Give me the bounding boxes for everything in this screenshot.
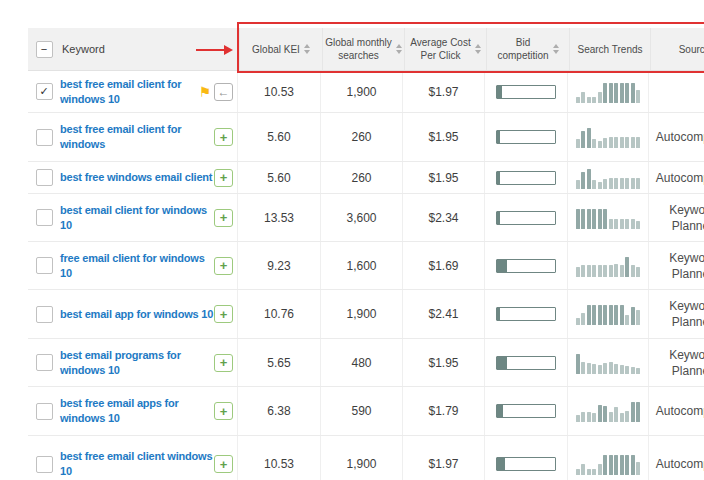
add-keyword-button[interactable]: + <box>214 455 233 473</box>
monthly-searches-value: 1,900 <box>320 290 402 338</box>
trend-mini-chart <box>576 255 641 277</box>
trend-bar <box>631 265 635 277</box>
sort-icon[interactable] <box>304 44 310 54</box>
trend-bar <box>576 180 580 189</box>
bid-competition-cell <box>484 436 567 480</box>
keyword-link[interactable]: best free email client for windows <box>60 122 181 152</box>
trend-bar <box>620 413 624 422</box>
header-cell-keyword[interactable]: Keyword <box>60 28 239 70</box>
bid-competition-cell <box>484 194 567 241</box>
keyword-link[interactable]: best free email client for windows 10 <box>60 77 181 107</box>
trend-bar <box>614 219 618 229</box>
row-checkbox[interactable]: ✓ <box>36 83 53 100</box>
search-trends-cell <box>567 194 648 241</box>
table-row: best email client for windows 10+13.533,… <box>28 194 704 242</box>
row-checkbox[interactable] <box>36 169 53 186</box>
row-checkbox[interactable] <box>36 257 53 274</box>
trend-bar <box>587 363 591 374</box>
header-cell-bid-competition[interactable]: Bid competition <box>486 28 569 70</box>
select-all-checkbox[interactable]: − <box>36 41 53 58</box>
keyword-link[interactable]: best free windows email client <box>60 170 212 185</box>
table-header: − Keyword Global KEI Global monthly sear… <box>28 28 704 71</box>
added-to-list-button[interactable]: ← <box>214 83 233 101</box>
trend-bar <box>609 137 613 148</box>
row-checkbox[interactable] <box>36 306 53 323</box>
keyword-actions: + <box>214 402 233 420</box>
trend-bar <box>592 364 596 374</box>
trend-bar <box>609 412 613 422</box>
keyword-link[interactable]: free email client for windows 10 <box>60 251 205 281</box>
header-cell-global-monthly-searches[interactable]: Global monthly searches <box>322 28 404 70</box>
trend-bar <box>603 179 607 189</box>
trend-mini-chart <box>576 400 641 422</box>
trend-bar <box>609 83 613 103</box>
header-cell-source[interactable]: Source <box>650 28 704 70</box>
add-keyword-button[interactable]: + <box>214 169 233 187</box>
sort-icon[interactable] <box>396 44 402 54</box>
bid-competition-fill <box>497 212 500 224</box>
trend-bar <box>625 137 629 148</box>
row-checkbox[interactable] <box>36 354 53 371</box>
trend-bar <box>603 363 607 374</box>
trend-bar <box>609 455 613 475</box>
keyword-link[interactable]: best free email client windows 10 <box>60 449 212 479</box>
row-checkbox[interactable] <box>36 403 53 420</box>
column-label: Average Cost Per Click <box>410 36 470 62</box>
header-cell-global-kei[interactable]: Global KEI <box>239 28 322 70</box>
sort-icon[interactable] <box>553 44 559 54</box>
header-cell-search-trends[interactable]: Search Trends <box>569 28 650 70</box>
keyword-link[interactable]: best email client for windows 10 <box>60 203 207 233</box>
search-trends-cell <box>567 162 648 193</box>
add-keyword-button[interactable]: + <box>214 257 233 275</box>
trend-bar <box>631 307 635 325</box>
keyword-actions: + <box>214 209 233 227</box>
trend-bar <box>598 265 602 277</box>
source-label: Keyword Planner <box>649 202 704 234</box>
trend-bar <box>614 83 618 103</box>
trend-bar <box>614 305 618 325</box>
add-keyword-button[interactable]: + <box>214 209 233 227</box>
bid-competition-fill <box>497 458 505 470</box>
row-checkbox[interactable] <box>36 209 53 226</box>
header-cell-average-cpc[interactable]: Average Cost Per Click <box>404 28 486 70</box>
trend-bar <box>620 83 624 103</box>
row-checkbox-cell <box>28 436 60 480</box>
keyword-cell: best email programs for windows 10+ <box>60 339 237 386</box>
keyword-link[interactable]: best free email apps for windows 10 <box>60 396 179 426</box>
add-keyword-button[interactable]: + <box>214 402 233 420</box>
row-checkbox-cell <box>28 290 60 338</box>
row-checkbox[interactable] <box>36 456 53 473</box>
bid-competition-bar <box>496 259 556 273</box>
trend-bar <box>603 83 607 103</box>
add-keyword-button[interactable]: + <box>214 354 233 372</box>
table-row: best email programs for windows 10+5.654… <box>28 339 704 387</box>
source-label: Autocomplete <box>656 170 704 186</box>
sort-icon[interactable] <box>475 44 481 54</box>
trend-bar <box>598 182 602 189</box>
keyword-research-table-screen: − Keyword Global KEI Global monthly sear… <box>0 0 704 480</box>
bid-competition-bar <box>496 307 556 321</box>
source-cell: Autocomplete <box>648 387 704 435</box>
monthly-searches-value: 1,900 <box>320 71 402 112</box>
keyword-link[interactable]: best email app for windows 10 <box>60 307 213 322</box>
monthly-searches-value: 3,600 <box>320 194 402 241</box>
trend-bar <box>631 455 635 475</box>
search-trends-cell <box>567 71 648 112</box>
add-keyword-button[interactable]: + <box>214 305 233 323</box>
trend-bar <box>620 265 624 277</box>
cpc-value: $2.34 <box>402 194 484 241</box>
bid-competition-cell <box>484 339 567 386</box>
row-checkbox[interactable] <box>36 129 53 146</box>
source-label: Keyword Planner <box>649 347 704 379</box>
trend-bar <box>625 178 629 189</box>
trend-bar <box>576 318 580 325</box>
add-keyword-button[interactable]: + <box>214 128 233 146</box>
trend-bar <box>614 455 618 475</box>
trend-bar <box>576 267 580 277</box>
trend-bar <box>603 455 607 475</box>
keyword-table: − Keyword Global KEI Global monthly sear… <box>28 28 704 480</box>
trend-bar <box>631 219 635 229</box>
trend-bar <box>581 92 585 103</box>
keyword-link[interactable]: best email programs for windows 10 <box>60 348 181 378</box>
trend-bar <box>592 209 596 229</box>
